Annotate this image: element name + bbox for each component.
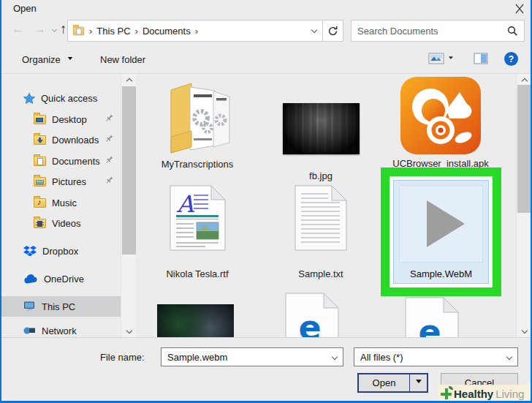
documents-folder-icon [34, 157, 46, 166]
highlight-inner-frame: Sample.WebM [390, 176, 493, 287]
sidebar-item-onedrive[interactable]: OneDrive [1, 268, 121, 289]
file-item-sample-txt[interactable]: Sample.txt [266, 185, 376, 279]
breadcrumb-item-this-pc[interactable]: This PC [96, 26, 130, 37]
recent-locations-chevron-icon[interactable] [52, 27, 57, 32]
downloads-folder-icon [34, 135, 46, 145]
file-label: MyTranscriptions [142, 159, 252, 170]
view-mode-button[interactable] [428, 53, 454, 64]
open-button-label: Open [359, 377, 409, 388]
sidebar-item-downloads[interactable]: Downloads [1, 129, 121, 150]
open-button[interactable]: Open [357, 373, 428, 393]
preview-pane-button[interactable] [474, 53, 488, 67]
file-item-sample-webm[interactable]: Sample.WebM [393, 180, 489, 284]
svg-text:e: e [418, 312, 441, 337]
scroll-up-button[interactable] [121, 74, 137, 86]
file-item-mytranscriptions[interactable]: MyTranscriptions [142, 80, 252, 170]
help-button[interactable]: ? [504, 52, 518, 66]
address-dropdown-chevron-icon[interactable] [311, 26, 317, 32]
chevron-up-icon [126, 78, 132, 83]
sidebar-item-music[interactable]: ♪ Music [1, 192, 121, 213]
image-thumbnail [283, 103, 360, 154]
help-icon: ? [509, 54, 514, 64]
search-box[interactable] [351, 20, 525, 42]
back-arrow-icon[interactable]: ← [12, 23, 24, 35]
sidebar-item-videos[interactable]: Videos [1, 213, 121, 233]
open-split-dropdown[interactable] [409, 374, 427, 391]
search-icon[interactable] [507, 26, 518, 37]
video-file-thumbnail [399, 185, 483, 263]
pin-icon [104, 114, 113, 125]
sidebar-item-this-pc[interactable]: This PC [1, 296, 121, 317]
up-arrow-icon[interactable]: ↑ [60, 22, 67, 36]
file-type-dropdown-chevron-icon[interactable] [506, 354, 512, 360]
pictures-folder-icon [34, 177, 46, 187]
file-item-video-thumbnail[interactable] [157, 304, 234, 337]
network-icon [23, 326, 36, 335]
sidebar-item-dropbox[interactable]: Dropbox [1, 241, 121, 261]
sidebar-item-label: Downloads [52, 135, 99, 146]
music-note-icon: ♪ [37, 198, 42, 206]
desktop-folder-icon [34, 115, 46, 124]
file-item-fb-jpg[interactable]: fb.jpg [266, 80, 376, 181]
sidebar-item-label: Quick access [41, 93, 97, 104]
scrollbar-thumb[interactable] [122, 86, 136, 255]
file-item-nikola-tesla-rtf[interactable]: A Nikola Tesla.rtf [142, 185, 252, 279]
play-icon [427, 200, 465, 247]
breadcrumb-separator: › [89, 26, 92, 37]
pin-icon [104, 135, 113, 146]
file-label: fb.jpg [266, 170, 376, 181]
text-document-icon [294, 185, 347, 251]
videos-folder-icon [34, 219, 46, 228]
sidebar-item-quick-access[interactable]: Quick access [1, 88, 121, 108]
scroll-down-button[interactable] [121, 325, 137, 337]
sidebar-item-label: Videos [52, 218, 81, 229]
chevron-down-icon [521, 327, 527, 333]
scroll-up-button[interactable] [517, 74, 532, 86]
sidebar-item-network[interactable]: Network [1, 320, 121, 337]
tutorial-highlight-box: Sample.WebM [381, 167, 501, 296]
breadcrumb-item-documents[interactable]: Documents [142, 26, 191, 37]
sidebar-item-documents[interactable]: Documents [1, 151, 121, 171]
file-label: Nikola Tesla.rtf [142, 268, 252, 279]
scrollbar-thumb[interactable] [517, 85, 531, 213]
file-item-html-document[interactable]: e [285, 293, 339, 337]
breadcrumb[interactable]: › This PC › Documents › [67, 20, 323, 42]
dropbox-icon [23, 246, 37, 257]
uc-browser-squirrel-icon [400, 75, 482, 156]
file-name-dropdown-chevron-icon[interactable] [332, 354, 338, 360]
forward-arrow-icon[interactable]: → [34, 23, 46, 35]
organize-caret-icon [68, 57, 72, 62]
monitor-overlay-icon [36, 118, 43, 122]
title-bar: Open [1, 0, 531, 18]
breadcrumb-separator: › [135, 26, 138, 37]
download-arrowhead-icon [37, 140, 43, 146]
healthy-living-watermark: Healthy Living [438, 385, 532, 403]
organize-button[interactable]: Organize [22, 53, 73, 66]
sidebar-item-label: This PC [42, 301, 75, 312]
file-label: Sample.WebM [394, 268, 488, 279]
sidebar-item-label: Pictures [52, 176, 86, 187]
close-icon[interactable] [513, 3, 526, 15]
sidebar-item-pictures[interactable]: Pictures [1, 171, 121, 192]
scroll-down-button[interactable] [517, 325, 532, 337]
file-item-uc-browser[interactable]: UCBrowser_install.apk [386, 75, 495, 169]
sidebar-scrollbar[interactable] [121, 74, 136, 337]
search-input[interactable] [357, 26, 507, 37]
file-name-combobox[interactable] [161, 347, 343, 366]
chevron-down-icon [126, 327, 132, 333]
document-overlay-icon [37, 158, 43, 165]
rtf-document-icon: A [170, 185, 226, 251]
refresh-button[interactable] [323, 20, 343, 42]
file-item-html-document[interactable]: e [405, 297, 459, 337]
leaf-icon [449, 386, 453, 390]
new-folder-button[interactable]: New folder [100, 53, 145, 66]
file-list-scrollbar[interactable] [516, 74, 531, 337]
open-dropdown-caret-icon [416, 380, 422, 386]
onedrive-cloud-icon [23, 274, 38, 284]
sidebar-item-desktop[interactable]: Desktop [1, 109, 121, 129]
file-label: Sample.txt [266, 268, 376, 279]
file-name-input[interactable] [167, 352, 332, 363]
view-mode-caret-icon [449, 56, 453, 61]
folder-icon [161, 80, 234, 156]
file-type-dropdown[interactable]: All files (*) [354, 347, 518, 366]
